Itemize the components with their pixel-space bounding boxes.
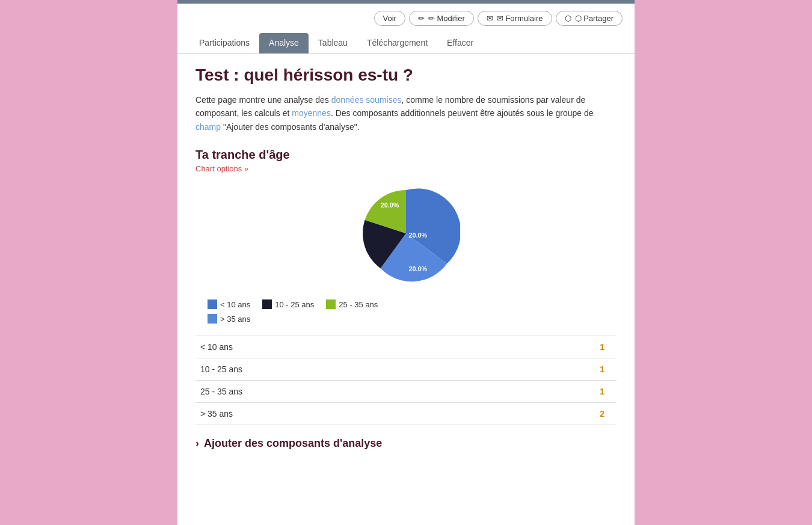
row-value-3: 1 [493, 381, 617, 403]
row-value-1: 1 [493, 336, 617, 358]
page-title: Test : quel hérisson es-tu ? [195, 66, 617, 85]
content-area: Voir ✏ ✏ Modifier ✉ ✉ Formulaire ⬡ ⬡ Par… [177, 0, 635, 525]
legend-color-2 [262, 299, 272, 309]
slice-3-label: 20.0% [409, 232, 428, 239]
voir-button[interactable]: Voir [374, 11, 405, 26]
legend-label-1: < 10 ans [220, 300, 250, 309]
row-label-1: < 10 ans [195, 336, 493, 358]
tab-tableau[interactable]: Tableau [309, 33, 357, 54]
tab-analyse[interactable]: Analyse [259, 33, 309, 54]
modifier-button[interactable]: ✏ ✏ Modifier [409, 11, 474, 26]
legend-label-3: 25 - 35 ans [339, 300, 378, 309]
section-title: Ta tranche d'âge [195, 148, 617, 162]
tab-telechargement[interactable]: Téléchargement [357, 33, 437, 54]
main-content: Test : quel hérisson es-tu ? Cette page … [177, 54, 635, 474]
chart-container: 40.0% 20.0% 20.0% 20.0% [195, 179, 617, 287]
row-value-2: 1 [493, 358, 617, 381]
legend-label-2: 10 - 25 ans [275, 300, 314, 309]
add-section-label[interactable]: Ajouter des composants d'analyse [204, 437, 382, 450]
legend-item-4: > 35 ans [208, 314, 604, 324]
legend-item-1: < 10 ans [208, 299, 250, 309]
champ-link[interactable]: champ [195, 122, 221, 132]
moyennes-link[interactable]: moyennes [292, 108, 331, 118]
table-row: 10 - 25 ans 1 [195, 358, 617, 381]
row-value-4: 2 [493, 403, 617, 425]
row-label-4: > 35 ans [195, 403, 493, 425]
action-buttons: Voir ✏ ✏ Modifier ✉ ✉ Formulaire ⬡ ⬡ Par… [177, 4, 635, 33]
chevron-right-icon: › [195, 437, 199, 450]
page-wrapper: Voir ✏ ✏ Modifier ✉ ✉ Formulaire ⬡ ⬡ Par… [0, 0, 812, 525]
add-section[interactable]: › Ajouter des composants d'analyse [195, 437, 617, 450]
formulaire-button[interactable]: ✉ ✉ Formulaire [478, 11, 552, 26]
legend-item-3: 25 - 35 ans [326, 299, 378, 309]
legend-color-1 [208, 299, 217, 309]
chart-options-link[interactable]: Chart options » [195, 164, 617, 173]
row-label-3: 25 - 35 ans [195, 381, 493, 403]
legend-color-3 [326, 299, 336, 309]
legend-item-2: 10 - 25 ans [262, 299, 314, 309]
table-row: < 10 ans 1 [195, 336, 617, 358]
pie-chart: 40.0% 20.0% 20.0% 20.0% [352, 179, 460, 287]
table-row: > 35 ans 2 [195, 403, 617, 425]
nav-tabs: Participations Analyse Tableau Télécharg… [177, 33, 635, 54]
row-label-2: 10 - 25 ans [195, 358, 493, 381]
legend: < 10 ans 10 - 25 ans 25 - 35 ans > 35 an… [195, 299, 617, 324]
slice-2-label: 20.0% [409, 265, 428, 272]
legend-label-4: > 35 ans [220, 315, 250, 324]
edit-icon: ✏ [418, 14, 425, 23]
tab-effacer[interactable]: Effacer [437, 33, 483, 54]
donnees-link[interactable]: données soumises [331, 95, 402, 105]
tab-participations[interactable]: Participations [189, 33, 259, 54]
description: Cette page montre une analyse des donnée… [195, 93, 617, 134]
data-table: < 10 ans 1 10 - 25 ans 1 25 - 35 ans 1 >… [195, 336, 617, 425]
share-icon: ⬡ [565, 14, 571, 23]
form-icon: ✉ [487, 14, 493, 23]
legend-color-4 [208, 314, 217, 324]
slice-4-label: 20.0% [381, 201, 399, 209]
table-row: 25 - 35 ans 1 [195, 381, 617, 403]
partager-button[interactable]: ⬡ ⬡ Partager [556, 11, 623, 26]
